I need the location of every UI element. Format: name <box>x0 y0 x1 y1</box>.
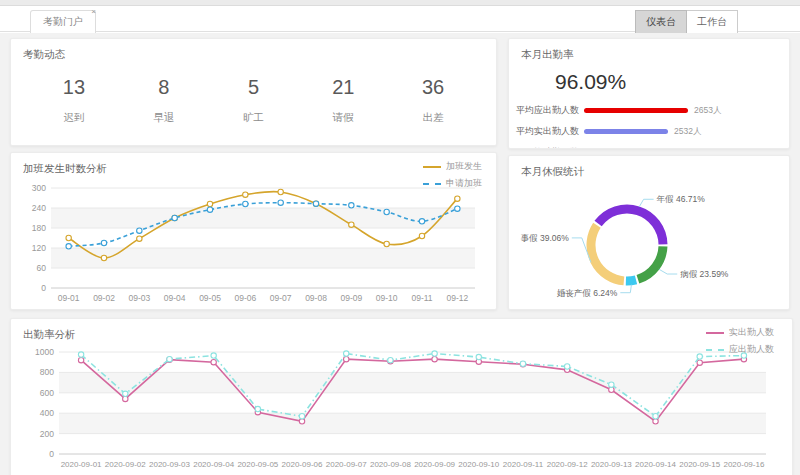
svg-text:2020-09-16: 2020-09-16 <box>723 460 764 469</box>
stat-value: 36 <box>388 76 478 99</box>
legend-label: 应出勤人数 <box>729 343 774 356</box>
svg-text:事假 39.06%: 事假 39.06% <box>521 233 570 243</box>
tab-attendance-portal[interactable]: 考勤门户 × <box>30 10 96 33</box>
attendance-line-chart[interactable]: 020040060080010002020-09-012020-09-02202… <box>17 344 788 475</box>
tab-label: 考勤门户 <box>43 16 83 27</box>
leave-donut-chart[interactable]: 年假 46.71%病假 23.59%婚丧产假 6.24%事假 39.06% <box>515 181 790 310</box>
svg-text:09-10: 09-10 <box>376 293 398 303</box>
svg-text:2020-09-03: 2020-09-03 <box>149 460 190 469</box>
svg-text:0: 0 <box>41 283 46 293</box>
svg-text:0: 0 <box>49 449 54 459</box>
svg-text:婚丧产假 6.24%: 婚丧产假 6.24% <box>557 288 618 298</box>
attendance-summary-card: 考勤动态 13迟到8早退5旷工21请假36出差 <box>10 38 497 146</box>
rate-bar-value: 2532人 <box>674 126 701 138</box>
stat-label: 出差 <box>388 111 478 125</box>
card-title: 考勤动态 <box>11 39 496 62</box>
rate-bar-label: 平均缺勤人数 <box>509 146 579 149</box>
legend-label: 加班发生 <box>446 160 482 173</box>
svg-text:09-01: 09-01 <box>58 293 80 303</box>
svg-text:120: 120 <box>32 243 46 253</box>
svg-text:200: 200 <box>40 429 54 439</box>
rate-bar-value: 2653人 <box>694 105 721 117</box>
svg-text:300: 300 <box>32 183 46 193</box>
overtime-line-chart[interactable]: 06012018024030009-0109-0209-0309-0409-05… <box>17 178 491 310</box>
svg-text:2020-09-14: 2020-09-14 <box>635 460 676 469</box>
svg-text:09-12: 09-12 <box>446 293 468 303</box>
legend-item[interactable]: 加班发生 <box>423 160 482 173</box>
legend-label: 申请加班 <box>446 177 482 190</box>
svg-text:60: 60 <box>37 263 47 273</box>
svg-text:09-03: 09-03 <box>128 293 150 303</box>
svg-text:2020-09-01: 2020-09-01 <box>61 460 102 469</box>
attendance-stat-item[interactable]: 36出差 <box>388 76 478 125</box>
rate-bar-row: 平均应出勤人数2653人 <box>509 104 789 117</box>
svg-text:2020-09-06: 2020-09-06 <box>282 460 323 469</box>
legend-line-icon <box>706 349 724 351</box>
svg-text:2020-09-08: 2020-09-08 <box>370 460 411 469</box>
legend-line-icon <box>423 183 441 185</box>
svg-text:09-09: 09-09 <box>340 293 362 303</box>
svg-text:09-07: 09-07 <box>270 293 292 303</box>
svg-text:2020-09-12: 2020-09-12 <box>547 460 588 469</box>
svg-text:180: 180 <box>32 223 46 233</box>
monthly-leave-stats-card: 本月休假统计 年假 46.71%病假 23.59%婚丧产假 6.24%事假 39… <box>508 155 790 310</box>
svg-text:2020-09-13: 2020-09-13 <box>591 460 632 469</box>
attendance-rate-analysis-card: 出勤率分析 实出勤人数应出勤人数 020040060080010002020-0… <box>10 318 793 475</box>
attendance-rate-value: 96.09% <box>555 70 789 94</box>
legend-item[interactable]: 实出勤人数 <box>706 326 774 339</box>
legend-item[interactable]: 应出勤人数 <box>706 343 774 356</box>
svg-text:1000: 1000 <box>35 347 54 357</box>
svg-text:2020-09-11: 2020-09-11 <box>503 460 544 469</box>
stat-value: 8 <box>119 76 209 99</box>
attendance-stat-item[interactable]: 21请假 <box>298 76 388 125</box>
svg-text:600: 600 <box>40 388 54 398</box>
svg-text:09-04: 09-04 <box>164 293 186 303</box>
attendance-stat-item[interactable]: 13迟到 <box>29 76 119 125</box>
view-toggle-group: 仪表台 工作台 <box>635 10 738 34</box>
tab-close-icon[interactable]: × <box>91 7 96 16</box>
svg-text:2020-09-10: 2020-09-10 <box>458 460 499 469</box>
overtime-analysis-card: 加班发生时数分析 加班发生申请加班 06012018024030009-0109… <box>10 152 497 310</box>
card-title: 本月出勤率 <box>509 39 789 62</box>
card-title: 本月休假统计 <box>509 156 789 179</box>
overtime-chart-legend: 加班发生申请加班 <box>423 160 482 190</box>
stat-label: 请假 <box>298 111 388 125</box>
rate-bar-row: 平均实出勤人数2532人 <box>509 125 789 138</box>
monthly-attendance-rate-card: 本月出勤率 96.09% 平均应出勤人数2653人平均实出勤人数2532人平均缺… <box>508 38 790 149</box>
svg-text:09-05: 09-05 <box>199 293 221 303</box>
tab-bar: 考勤门户 × 仪表台 工作台 <box>0 6 800 32</box>
svg-text:09-02: 09-02 <box>93 293 115 303</box>
stat-value: 5 <box>209 76 299 99</box>
legend-line-icon <box>706 332 724 334</box>
rate-bar[interactable] <box>584 129 668 134</box>
legend-label: 实出勤人数 <box>729 326 774 339</box>
svg-text:2020-09-07: 2020-09-07 <box>326 460 367 469</box>
stat-value: 21 <box>298 76 388 99</box>
svg-text:2020-09-15: 2020-09-15 <box>679 460 720 469</box>
legend-item[interactable]: 申请加班 <box>423 177 482 190</box>
attendance-rate-bars: 平均应出勤人数2653人平均实出勤人数2532人平均缺勤人数103人 <box>509 104 789 149</box>
svg-text:2020-09-05: 2020-09-05 <box>237 460 278 469</box>
svg-text:2020-09-04: 2020-09-04 <box>193 460 234 469</box>
dashboard-view-button[interactable]: 仪表台 <box>635 10 687 34</box>
card-title: 出勤率分析 <box>11 319 792 342</box>
svg-text:2020-09-09: 2020-09-09 <box>414 460 455 469</box>
svg-text:病假 23.59%: 病假 23.59% <box>680 269 729 279</box>
attendance-stat-item[interactable]: 5旷工 <box>209 76 299 125</box>
svg-text:09-06: 09-06 <box>234 293 256 303</box>
svg-text:09-08: 09-08 <box>305 293 327 303</box>
stat-value: 13 <box>29 76 119 99</box>
rate-bar-label: 平均实出勤人数 <box>509 125 579 138</box>
attendance-stats-row: 13迟到8早退5旷工21请假36出差 <box>11 62 496 125</box>
stat-label: 迟到 <box>29 111 119 125</box>
svg-text:800: 800 <box>40 367 54 377</box>
rate-bar[interactable] <box>584 108 688 113</box>
rate-bar-row: 平均缺勤人数103人 <box>509 146 789 149</box>
svg-text:年假 46.71%: 年假 46.71% <box>657 194 706 204</box>
attendance-stat-item[interactable]: 8早退 <box>119 76 209 125</box>
attendance-chart-legend: 实出勤人数应出勤人数 <box>706 326 774 356</box>
svg-text:240: 240 <box>32 203 46 213</box>
workbench-view-button[interactable]: 工作台 <box>687 10 738 34</box>
rate-bar-label: 平均应出勤人数 <box>509 104 579 117</box>
legend-line-icon <box>423 166 441 168</box>
